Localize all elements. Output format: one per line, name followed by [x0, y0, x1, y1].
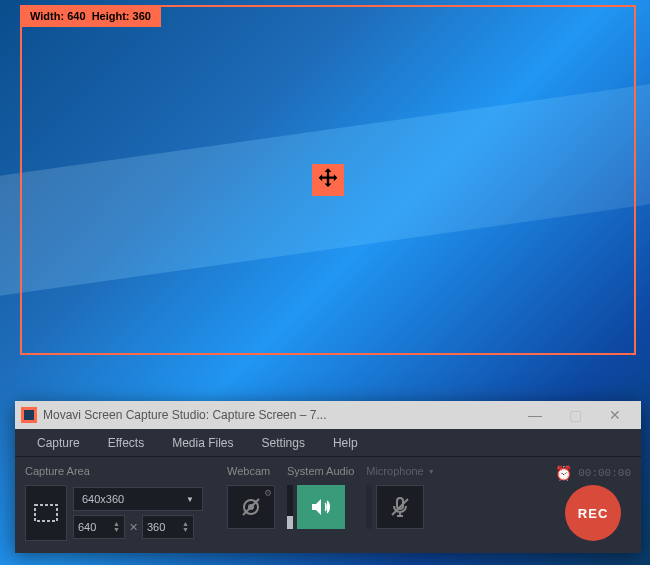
chevron-down-icon: ▼: [428, 468, 435, 475]
height-spinner[interactable]: ▲▼: [182, 521, 189, 533]
chevron-down-icon: ▼: [186, 495, 194, 504]
webcam-label: Webcam: [227, 465, 275, 477]
dimensions-badge: Width: 640 Height: 360: [20, 5, 161, 27]
microphone-toggle[interactable]: [376, 485, 424, 529]
menubar: Capture Effects Media Files Settings Hel…: [15, 429, 641, 457]
height-label: Height: 360: [92, 10, 151, 22]
rectangle-select-icon: [34, 504, 58, 522]
microphone-volume-slider[interactable]: [366, 485, 372, 529]
preset-dropdown[interactable]: 640x360 ▼: [73, 487, 203, 511]
x-separator: ✕: [129, 521, 138, 534]
svg-rect-0: [35, 505, 57, 521]
window-title: Movavi Screen Capture Studio: Capture Sc…: [43, 408, 515, 422]
system-audio-toggle[interactable]: [297, 485, 345, 529]
gear-icon[interactable]: ⚙: [264, 488, 272, 498]
webcam-section: Webcam ⚙: [227, 465, 275, 529]
record-label: REC: [578, 506, 608, 521]
system-audio-section: System Audio: [287, 465, 354, 529]
microphone-label: Microphone: [366, 465, 423, 477]
app-icon: [21, 407, 37, 423]
capture-mode-button[interactable]: [25, 485, 67, 541]
menu-settings[interactable]: Settings: [248, 436, 319, 450]
menu-capture[interactable]: Capture: [23, 436, 94, 450]
capture-frame[interactable]: Width: 640 Height: 360: [20, 5, 636, 355]
width-label: Width: 640: [30, 10, 86, 22]
speaker-icon: [309, 495, 333, 519]
timer-display: 00:00:00: [578, 467, 631, 479]
microphone-dropdown[interactable]: Microphone ▼: [366, 465, 434, 477]
menu-help[interactable]: Help: [319, 436, 372, 450]
microphone-section: Microphone ▼: [366, 465, 434, 529]
maximize-button[interactable]: ▢: [555, 401, 595, 429]
preset-value: 640x360: [82, 493, 124, 505]
microphone-off-icon: [388, 495, 412, 519]
minimize-button[interactable]: —: [515, 401, 555, 429]
system-audio-label: System Audio: [287, 465, 354, 477]
width-spinner[interactable]: ▲▼: [113, 521, 120, 533]
menu-media-files[interactable]: Media Files: [158, 436, 247, 450]
titlebar[interactable]: Movavi Screen Capture Studio: Capture Sc…: [15, 401, 641, 429]
webcam-off-icon: [239, 495, 263, 519]
width-value: 640: [78, 521, 96, 533]
height-value: 360: [147, 521, 165, 533]
height-input[interactable]: 360 ▲▼: [142, 515, 194, 539]
app-window: Movavi Screen Capture Studio: Capture Sc…: [15, 401, 641, 553]
capture-area-section: Capture Area 640x360 ▼ 640 ▲▼ ✕: [25, 465, 215, 541]
record-section: ⏰ 00:00:00 REC: [555, 465, 631, 541]
capture-area-label: Capture Area: [25, 465, 215, 477]
webcam-toggle[interactable]: ⚙: [227, 485, 275, 529]
clock-icon[interactable]: ⏰: [555, 465, 572, 481]
system-audio-volume-slider[interactable]: [287, 485, 293, 529]
close-button[interactable]: ✕: [595, 401, 635, 429]
width-input[interactable]: 640 ▲▼: [73, 515, 125, 539]
toolbar: Capture Area 640x360 ▼ 640 ▲▼ ✕: [15, 457, 641, 553]
menu-effects[interactable]: Effects: [94, 436, 158, 450]
move-handle[interactable]: [312, 164, 344, 196]
move-icon: [314, 166, 342, 194]
record-button[interactable]: REC: [565, 485, 621, 541]
